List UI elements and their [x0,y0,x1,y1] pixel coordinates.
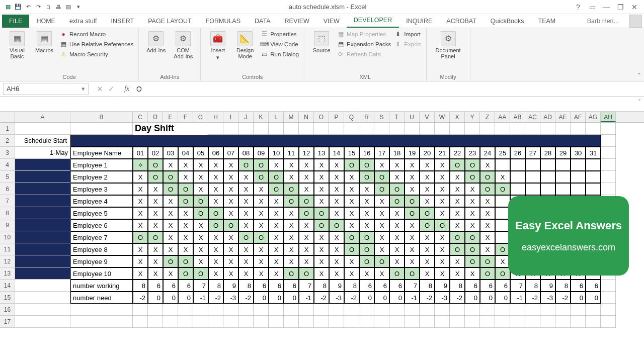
tab-acrobat[interactable]: ACROBAT [439,15,484,28]
row-header-17[interactable]: 17 [0,316,15,328]
col-header-Q[interactable]: Q [344,112,359,122]
addins-button[interactable]: ⚙Add-Ins [144,30,168,54]
record-macro-button[interactable]: ●Record Macro [59,30,133,38]
user-name[interactable]: Barb Hen... [580,15,626,28]
minimize-icon[interactable]: ― [602,3,611,12]
tab-developer[interactable]: DEVELOPER [347,14,399,28]
col-header-H[interactable]: H [208,112,223,122]
tab-page-layout[interactable]: PAGE LAYOUT [141,15,198,28]
col-header-B[interactable]: B [70,112,133,122]
row-header-7[interactable]: 7 [0,195,15,207]
expansion-packs-button[interactable]: ▤Expansion Packs [337,40,391,48]
print-preview-icon[interactable]: 🖶 [54,3,62,11]
restore-icon[interactable]: ❐ [616,3,625,12]
ribbon-display-icon[interactable]: ▭ [588,3,597,12]
row-header-5[interactable]: 5 [0,171,15,183]
col-header-Z[interactable]: Z [480,112,495,122]
tab-quickbooks[interactable]: QuickBooks [484,15,531,28]
macro-security-button[interactable]: ⚠Macro Security [59,50,133,58]
tab-view[interactable]: VIEW [316,15,347,28]
com-addins-button[interactable]: ⚙COM Add-Ins [171,30,195,60]
col-header-A[interactable]: A [15,112,70,122]
col-header-F[interactable]: F [178,112,193,122]
row-header-12[interactable]: 12 [0,255,15,267]
row-header-9[interactable]: 9 [0,219,15,231]
col-header-G[interactable]: G [193,112,208,122]
row-header-6[interactable]: 6 [0,183,15,195]
col-header-W[interactable]: W [435,112,450,122]
col-header-J[interactable]: J [238,112,254,122]
tab-data[interactable]: DATA [248,15,277,28]
col-header-D[interactable]: D [148,112,163,122]
row-header-4[interactable]: 4 [0,159,15,171]
undo-icon[interactable]: ↶ [24,3,32,11]
row-header-14[interactable]: 14 [0,280,15,292]
row-header-11[interactable]: 11 [0,243,15,255]
col-header-U[interactable]: U [405,112,420,122]
user-avatar-icon[interactable] [629,15,642,28]
redo-icon[interactable]: ↷ [34,3,42,11]
row-header-13[interactable]: 13 [0,267,15,280]
col-header-X[interactable]: X [450,112,465,122]
col-header-P[interactable]: P [329,112,344,122]
tab-home[interactable]: HOME [29,15,62,28]
tab-file[interactable]: FILE [2,15,29,28]
document-panel-button[interactable]: ⚙Document Panel [432,30,465,60]
row-header-3[interactable]: 3 [0,147,15,159]
properties-button[interactable]: ☰Properties [260,30,299,38]
formula-expand-icon[interactable]: ˅ [638,99,641,106]
macros-button[interactable]: ▤Macros [32,30,56,54]
fx-icon[interactable]: fx [120,85,133,93]
col-header-S[interactable]: S [374,112,389,122]
col-header-R[interactable]: R [359,112,374,122]
col-header-AG[interactable]: AG [586,112,601,122]
col-header-O[interactable]: O [314,112,329,122]
row-header-2[interactable]: 2 [0,135,15,147]
help-icon[interactable]: ? [574,3,583,12]
col-header-AH[interactable]: AH [601,112,616,122]
col-header-M[interactable]: M [284,112,299,122]
row-header-15[interactable]: 15 [0,292,15,304]
col-header-C[interactable]: C [133,112,148,122]
col-header-V[interactable]: V [420,112,435,122]
select-all-button[interactable] [0,112,15,122]
qat-dropdown-icon[interactable]: ▾ [74,3,83,11]
tab-review[interactable]: REVIEW [278,15,316,28]
col-header-L[interactable]: L [269,112,284,122]
new-doc-icon[interactable]: 🗋 [44,3,52,11]
col-header-AB[interactable]: AB [510,112,525,122]
col-header-AD[interactable]: AD [540,112,555,122]
visual-basic-button[interactable]: ▦Visual Basic [5,30,29,60]
col-header-K[interactable]: K [254,112,269,122]
col-header-AF[interactable]: AF [571,112,586,122]
run-dialog-button[interactable]: ▭Run Dialog [260,50,299,58]
close-icon[interactable]: ✕ [630,3,639,12]
tab-inquire[interactable]: INQUIRE [399,15,439,28]
relative-refs-button[interactable]: ▦Use Relative References [59,40,133,48]
enter-formula-icon[interactable]: ✓ [108,84,115,94]
design-mode-button[interactable]: 📐Design Mode [233,30,257,60]
chevron-down-icon[interactable]: ▾ [82,85,85,93]
name-box[interactable]: AH6▾ [3,83,89,95]
tab-formulas[interactable]: FORMULAS [199,15,248,28]
col-header-T[interactable]: T [389,112,405,122]
addins-icon[interactable]: ▤ [64,3,72,11]
col-header-I[interactable]: I [223,112,238,122]
import-button[interactable]: ⬇Import [394,30,421,38]
collapse-ribbon-icon[interactable]: ˄ [637,72,641,80]
row-header-1[interactable]: 1 [0,123,15,135]
col-header-AC[interactable]: AC [525,112,540,122]
row-header-10[interactable]: 10 [0,231,15,243]
insert-control-button[interactable]: 🧰Insert▾ [206,30,230,61]
source-button[interactable]: ⬚Source [309,30,334,54]
row-header-16[interactable]: 16 [0,304,15,316]
row-header-8[interactable]: 8 [0,207,15,219]
view-code-button[interactable]: ⌨View Code [260,40,299,48]
tab-extra[interactable]: extra stuff [62,15,104,28]
tab-insert[interactable]: INSERT [104,15,141,28]
tab-team[interactable]: TEAM [531,15,563,28]
formula-input[interactable]: O [133,85,142,93]
col-header-AA[interactable]: AA [495,112,510,122]
save-icon[interactable]: 💾 [14,3,22,11]
col-header-Y[interactable]: Y [465,112,480,122]
